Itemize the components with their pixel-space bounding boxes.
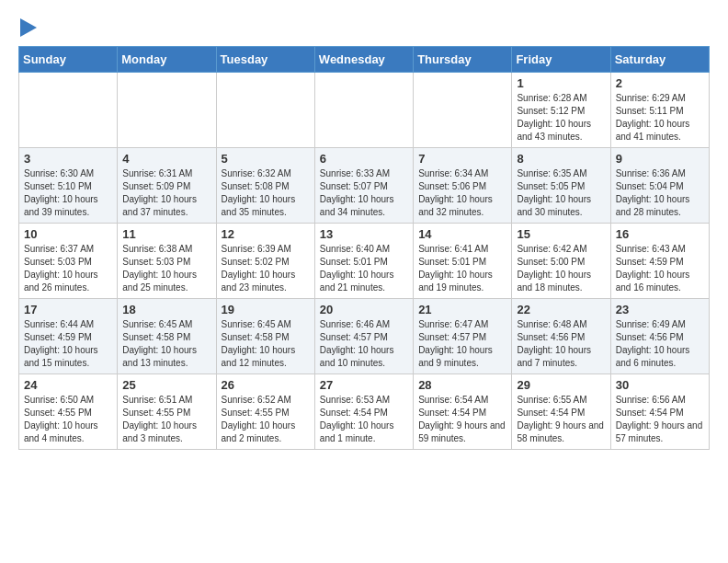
day-number: 23 bbox=[616, 303, 704, 316]
day-info: Sunrise: 6:42 AM Sunset: 5:00 PM Dayligh… bbox=[517, 243, 605, 294]
calendar-day-cell: 7Sunrise: 6:34 AM Sunset: 5:06 PM Daylig… bbox=[414, 148, 512, 224]
day-number: 2 bbox=[616, 76, 704, 90]
day-number: 28 bbox=[418, 378, 506, 392]
calendar-day-cell: 5Sunrise: 6:32 AM Sunset: 5:08 PM Daylig… bbox=[216, 148, 314, 224]
day-info: Sunrise: 6:56 AM Sunset: 4:54 PM Dayligh… bbox=[616, 394, 704, 445]
day-info: Sunrise: 6:29 AM Sunset: 5:11 PM Dayligh… bbox=[616, 92, 704, 144]
calendar-day-cell: 28Sunrise: 6:54 AM Sunset: 4:54 PM Dayli… bbox=[414, 374, 512, 450]
day-number: 18 bbox=[122, 303, 210, 316]
calendar-day-cell: 2Sunrise: 6:29 AM Sunset: 5:11 PM Daylig… bbox=[610, 73, 709, 148]
day-info: Sunrise: 6:31 AM Sunset: 5:09 PM Dayligh… bbox=[122, 167, 210, 219]
calendar-day-cell: 11Sunrise: 6:38 AM Sunset: 5:03 PM Dayli… bbox=[118, 224, 216, 299]
calendar-day-cell bbox=[118, 73, 216, 148]
calendar-day-cell: 17Sunrise: 6:44 AM Sunset: 4:59 PM Dayli… bbox=[19, 299, 118, 374]
day-number: 12 bbox=[222, 227, 310, 241]
day-info: Sunrise: 6:33 AM Sunset: 5:07 PM Dayligh… bbox=[320, 167, 408, 219]
day-number: 1 bbox=[517, 76, 605, 90]
calendar-day-cell: 6Sunrise: 6:33 AM Sunset: 5:07 PM Daylig… bbox=[314, 148, 413, 224]
calendar-week-row: 10Sunrise: 6:37 AM Sunset: 5:03 PM Dayli… bbox=[19, 224, 710, 299]
calendar-header-row: SundayMondayTuesdayWednesdayThursdayFrid… bbox=[19, 47, 710, 73]
calendar-week-row: 24Sunrise: 6:50 AM Sunset: 4:55 PM Dayli… bbox=[19, 374, 710, 450]
day-info: Sunrise: 6:54 AM Sunset: 4:54 PM Dayligh… bbox=[418, 394, 506, 445]
calendar-day-cell: 23Sunrise: 6:49 AM Sunset: 4:56 PM Dayli… bbox=[610, 299, 709, 374]
calendar-day-cell: 12Sunrise: 6:39 AM Sunset: 5:02 PM Dayli… bbox=[216, 224, 314, 299]
calendar-day-cell: 9Sunrise: 6:36 AM Sunset: 5:04 PM Daylig… bbox=[610, 148, 709, 224]
day-info: Sunrise: 6:35 AM Sunset: 5:05 PM Dayligh… bbox=[517, 167, 605, 219]
day-number: 21 bbox=[418, 303, 506, 316]
calendar-day-cell: 20Sunrise: 6:46 AM Sunset: 4:57 PM Dayli… bbox=[314, 299, 413, 374]
weekday-header: Friday bbox=[512, 47, 610, 73]
day-info: Sunrise: 6:39 AM Sunset: 5:02 PM Dayligh… bbox=[222, 243, 310, 294]
calendar-day-cell: 25Sunrise: 6:51 AM Sunset: 4:55 PM Dayli… bbox=[118, 374, 216, 450]
day-info: Sunrise: 6:28 AM Sunset: 5:12 PM Dayligh… bbox=[517, 92, 605, 144]
day-info: Sunrise: 6:55 AM Sunset: 4:54 PM Dayligh… bbox=[517, 394, 605, 445]
day-info: Sunrise: 6:41 AM Sunset: 5:01 PM Dayligh… bbox=[418, 243, 506, 294]
day-number: 15 bbox=[517, 227, 605, 241]
day-number: 25 bbox=[122, 378, 210, 392]
calendar-day-cell: 13Sunrise: 6:40 AM Sunset: 5:01 PM Dayli… bbox=[314, 224, 413, 299]
day-info: Sunrise: 6:37 AM Sunset: 5:03 PM Dayligh… bbox=[24, 243, 112, 294]
calendar-week-row: 17Sunrise: 6:44 AM Sunset: 4:59 PM Dayli… bbox=[19, 299, 710, 374]
calendar-day-cell: 1Sunrise: 6:28 AM Sunset: 5:12 PM Daylig… bbox=[512, 73, 610, 148]
calendar-day-cell bbox=[216, 73, 314, 148]
day-number: 27 bbox=[320, 378, 408, 392]
day-number: 10 bbox=[24, 227, 112, 241]
day-number: 8 bbox=[517, 152, 605, 166]
calendar-week-row: 1Sunrise: 6:28 AM Sunset: 5:12 PM Daylig… bbox=[19, 73, 710, 148]
calendar-day-cell bbox=[314, 73, 413, 148]
day-number: 7 bbox=[418, 152, 506, 166]
day-number: 5 bbox=[222, 152, 310, 166]
day-info: Sunrise: 6:45 AM Sunset: 4:58 PM Dayligh… bbox=[122, 318, 210, 370]
day-info: Sunrise: 6:52 AM Sunset: 4:55 PM Dayligh… bbox=[222, 394, 310, 445]
calendar-day-cell bbox=[414, 73, 512, 148]
page-header bbox=[18, 18, 710, 37]
day-info: Sunrise: 6:30 AM Sunset: 5:10 PM Dayligh… bbox=[24, 167, 112, 219]
day-info: Sunrise: 6:32 AM Sunset: 5:08 PM Dayligh… bbox=[222, 167, 310, 219]
calendar-day-cell: 18Sunrise: 6:45 AM Sunset: 4:58 PM Dayli… bbox=[118, 299, 216, 374]
calendar-day-cell: 27Sunrise: 6:53 AM Sunset: 4:54 PM Dayli… bbox=[314, 374, 413, 450]
day-number: 29 bbox=[517, 378, 605, 392]
day-info: Sunrise: 6:50 AM Sunset: 4:55 PM Dayligh… bbox=[24, 394, 112, 445]
day-info: Sunrise: 6:38 AM Sunset: 5:03 PM Dayligh… bbox=[122, 243, 210, 294]
day-info: Sunrise: 6:36 AM Sunset: 5:04 PM Dayligh… bbox=[616, 167, 704, 219]
day-number: 19 bbox=[222, 303, 310, 316]
calendar-day-cell: 19Sunrise: 6:45 AM Sunset: 4:58 PM Dayli… bbox=[216, 299, 314, 374]
day-number: 22 bbox=[517, 303, 605, 316]
calendar-day-cell: 26Sunrise: 6:52 AM Sunset: 4:55 PM Dayli… bbox=[216, 374, 314, 450]
calendar-day-cell: 24Sunrise: 6:50 AM Sunset: 4:55 PM Dayli… bbox=[19, 374, 118, 450]
day-info: Sunrise: 6:53 AM Sunset: 4:54 PM Dayligh… bbox=[320, 394, 408, 445]
day-number: 11 bbox=[122, 227, 210, 241]
day-number: 9 bbox=[616, 152, 704, 166]
calendar-table: SundayMondayTuesdayWednesdayThursdayFrid… bbox=[18, 46, 710, 450]
weekday-header: Wednesday bbox=[314, 47, 413, 73]
day-info: Sunrise: 6:48 AM Sunset: 4:56 PM Dayligh… bbox=[517, 318, 605, 370]
day-number: 6 bbox=[320, 152, 408, 166]
day-info: Sunrise: 6:45 AM Sunset: 4:58 PM Dayligh… bbox=[222, 318, 310, 370]
day-number: 24 bbox=[24, 378, 112, 392]
calendar-day-cell: 4Sunrise: 6:31 AM Sunset: 5:09 PM Daylig… bbox=[118, 148, 216, 224]
calendar-day-cell: 8Sunrise: 6:35 AM Sunset: 5:05 PM Daylig… bbox=[512, 148, 610, 224]
logo bbox=[18, 18, 37, 37]
calendar-day-cell bbox=[19, 73, 118, 148]
weekday-header: Tuesday bbox=[216, 47, 314, 73]
day-info: Sunrise: 6:44 AM Sunset: 4:59 PM Dayligh… bbox=[24, 318, 112, 370]
day-number: 16 bbox=[616, 227, 704, 241]
day-info: Sunrise: 6:46 AM Sunset: 4:57 PM Dayligh… bbox=[320, 318, 408, 370]
calendar-day-cell: 15Sunrise: 6:42 AM Sunset: 5:00 PM Dayli… bbox=[512, 224, 610, 299]
day-number: 14 bbox=[418, 227, 506, 241]
day-info: Sunrise: 6:40 AM Sunset: 5:01 PM Dayligh… bbox=[320, 243, 408, 294]
calendar-day-cell: 10Sunrise: 6:37 AM Sunset: 5:03 PM Dayli… bbox=[19, 224, 118, 299]
calendar-day-cell: 14Sunrise: 6:41 AM Sunset: 5:01 PM Dayli… bbox=[414, 224, 512, 299]
day-info: Sunrise: 6:34 AM Sunset: 5:06 PM Dayligh… bbox=[418, 167, 506, 219]
calendar-day-cell: 21Sunrise: 6:47 AM Sunset: 4:57 PM Dayli… bbox=[414, 299, 512, 374]
weekday-header: Sunday bbox=[19, 47, 118, 73]
day-info: Sunrise: 6:43 AM Sunset: 4:59 PM Dayligh… bbox=[616, 243, 704, 294]
calendar-week-row: 3Sunrise: 6:30 AM Sunset: 5:10 PM Daylig… bbox=[19, 148, 710, 224]
calendar-day-cell: 3Sunrise: 6:30 AM Sunset: 5:10 PM Daylig… bbox=[19, 148, 118, 224]
calendar-day-cell: 29Sunrise: 6:55 AM Sunset: 4:54 PM Dayli… bbox=[512, 374, 610, 450]
day-number: 4 bbox=[122, 152, 210, 166]
day-number: 26 bbox=[222, 378, 310, 392]
day-number: 30 bbox=[616, 378, 704, 392]
weekday-header: Saturday bbox=[610, 47, 709, 73]
weekday-header: Thursday bbox=[414, 47, 512, 73]
